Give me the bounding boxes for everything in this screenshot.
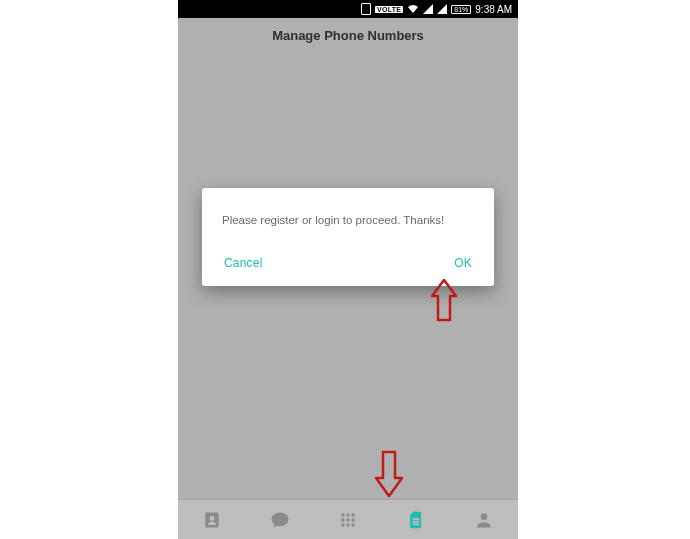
nav-chat[interactable]	[267, 507, 293, 533]
svg-point-7	[346, 523, 349, 526]
nav-sim[interactable]	[403, 507, 429, 533]
annotation-arrow-down	[374, 448, 404, 498]
signal-1-icon	[423, 4, 433, 14]
chat-icon	[270, 510, 290, 530]
page-title: Manage Phone Numbers	[272, 28, 424, 43]
stage: VOLTE 81% 9:38 AM Manage Phone Numbers P…	[0, 0, 690, 539]
svg-point-1	[346, 513, 349, 516]
svg-point-6	[341, 523, 344, 526]
svg-point-3	[341, 518, 344, 521]
volte-badge: VOLTE	[375, 6, 403, 13]
profile-icon	[474, 510, 494, 530]
svg-point-8	[351, 523, 354, 526]
status-bar: VOLTE 81% 9:38 AM	[178, 0, 518, 18]
bottom-nav	[178, 499, 518, 539]
contacts-icon	[202, 510, 222, 530]
cancel-button[interactable]: Cancel	[224, 256, 263, 270]
svg-point-0	[341, 513, 344, 516]
phone-screenshot: VOLTE 81% 9:38 AM Manage Phone Numbers P…	[178, 0, 518, 539]
svg-point-5	[351, 518, 354, 521]
dialog-actions: Cancel OK	[222, 254, 474, 276]
dialog-message: Please register or login to proceed. Tha…	[222, 212, 474, 228]
battery-indicator: 81%	[451, 5, 471, 14]
nav-contacts[interactable]	[199, 507, 225, 533]
sim-icon	[406, 509, 426, 531]
status-clock: 9:38 AM	[475, 4, 512, 15]
wifi-icon	[407, 4, 419, 14]
nav-profile[interactable]	[471, 507, 497, 533]
svg-point-4	[346, 518, 349, 521]
svg-point-2	[351, 513, 354, 516]
ok-button[interactable]: OK	[454, 256, 472, 270]
nav-dialpad[interactable]	[335, 507, 361, 533]
dialpad-icon	[338, 510, 358, 530]
app-header: Manage Phone Numbers	[178, 18, 518, 52]
portrait-lock-icon	[361, 3, 371, 15]
signal-2-icon	[437, 4, 447, 14]
login-dialog: Please register or login to proceed. Tha…	[202, 188, 494, 286]
